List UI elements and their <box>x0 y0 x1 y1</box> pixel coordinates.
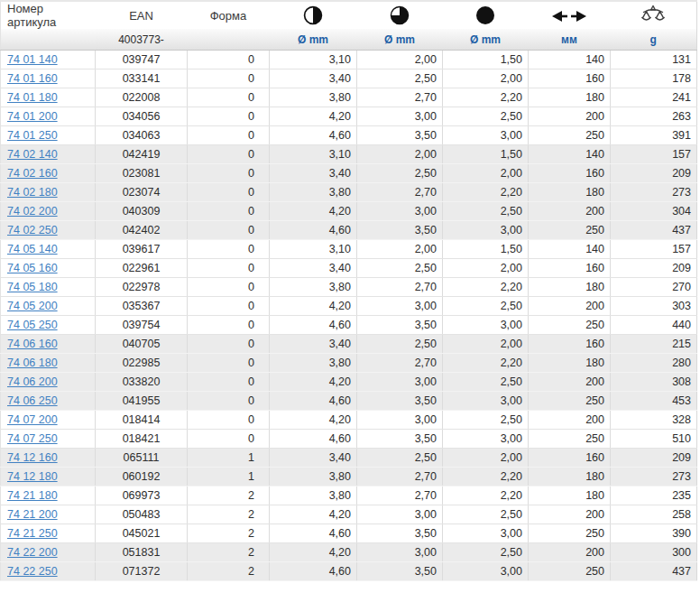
cell-article: 74 05 250 <box>1 316 96 335</box>
product-spec-table: Номер артикула EAN Форма <box>0 0 697 581</box>
cell-diameter-2: 3,00 <box>357 297 443 316</box>
cell-diameter-3: 1,50 <box>443 240 529 259</box>
cell-weight: 178 <box>611 69 697 88</box>
cell-article: 74 06 180 <box>1 354 96 373</box>
cell-diameter-2: 3,50 <box>357 221 443 240</box>
unit-length: мм <box>529 29 611 51</box>
cell-weight: 209 <box>611 164 697 183</box>
cell-length: 250 <box>529 392 611 411</box>
article-link[interactable]: 74 05 200 <box>7 300 58 312</box>
cell-form: 0 <box>188 373 270 392</box>
article-link[interactable]: 74 07 200 <box>7 413 58 426</box>
cell-weight: 303 <box>611 297 697 316</box>
cell-weight: 209 <box>611 259 697 278</box>
table-row: 74 01 25003406304,603,503,00250391 <box>1 126 697 145</box>
cell-form: 2 <box>188 505 270 524</box>
cell-ean: 023074 <box>96 183 188 202</box>
cell-weight: 453 <box>611 392 697 411</box>
cell-weight: 437 <box>611 562 697 581</box>
article-link[interactable]: 74 02 180 <box>7 186 58 199</box>
cell-form: 0 <box>188 392 270 411</box>
cell-diameter-3: 3,00 <box>443 524 529 543</box>
cell-diameter-3: 2,50 <box>443 411 529 430</box>
cell-weight: 280 <box>611 354 697 373</box>
article-link[interactable]: 74 12 180 <box>7 470 58 483</box>
table-row: 74 07 20001841404,203,002,50200328 <box>1 411 697 430</box>
article-link[interactable]: 74 22 250 <box>7 565 58 578</box>
cell-diameter-2: 2,00 <box>357 240 443 259</box>
article-link[interactable]: 74 05 250 <box>7 319 58 331</box>
cell-diameter-3: 2,00 <box>443 259 529 278</box>
cell-diameter-2: 3,00 <box>357 411 443 430</box>
cell-diameter-1: 4,60 <box>270 221 357 240</box>
cell-length: 250 <box>529 562 611 581</box>
cell-weight: 300 <box>611 543 697 562</box>
cell-length: 200 <box>529 411 611 430</box>
cell-diameter-3: 1,50 <box>443 145 529 164</box>
cell-weight: 270 <box>611 278 697 297</box>
cell-diameter-3: 2,20 <box>443 486 529 505</box>
cell-article: 74 06 160 <box>1 335 96 354</box>
table-row: 74 05 18002297803,802,702,20180270 <box>1 278 697 297</box>
cell-form: 0 <box>188 316 270 335</box>
cell-diameter-2: 3,50 <box>357 316 443 335</box>
cell-length: 200 <box>529 202 611 221</box>
article-link[interactable]: 74 06 160 <box>7 338 58 350</box>
article-link[interactable]: 74 22 200 <box>7 546 58 559</box>
article-link[interactable]: 74 01 160 <box>7 72 58 85</box>
table-row: 74 02 14004241903,102,001,50140157 <box>1 145 697 164</box>
cell-form: 2 <box>188 524 270 543</box>
cell-diameter-1: 4,20 <box>270 543 357 562</box>
cell-ean: 071372 <box>96 562 188 581</box>
article-link[interactable]: 74 06 180 <box>7 357 58 369</box>
article-link[interactable]: 74 01 140 <box>7 53 58 66</box>
cell-ean: 051831 <box>96 543 188 562</box>
table-row: 74 21 25004502124,603,503,00250390 <box>1 524 697 543</box>
article-link[interactable]: 74 02 140 <box>7 148 58 161</box>
cell-article: 74 22 250 <box>1 562 96 581</box>
table-row: 74 21 20005048324,203,002,50200258 <box>1 505 697 524</box>
column-header-diameter-1 <box>270 1 357 29</box>
article-link[interactable]: 74 21 180 <box>7 489 58 502</box>
table-row: 74 07 25001842104,603,503,00250510 <box>1 430 697 449</box>
cell-weight: 215 <box>611 335 697 354</box>
cell-form: 2 <box>188 543 270 562</box>
article-link[interactable]: 74 01 180 <box>7 91 58 104</box>
article-link[interactable]: 74 02 160 <box>7 167 58 180</box>
article-link[interactable]: 74 06 250 <box>7 394 58 407</box>
cell-diameter-2: 3,50 <box>357 430 443 449</box>
cell-diameter-2: 2,50 <box>357 449 443 468</box>
article-link[interactable]: 74 05 140 <box>7 243 58 255</box>
table-row: 74 05 16002296103,402,502,00160209 <box>1 259 697 278</box>
cell-length: 200 <box>529 543 611 562</box>
cell-diameter-1: 3,10 <box>270 240 357 259</box>
cell-article: 74 01 140 <box>1 51 96 69</box>
cell-length: 200 <box>529 373 611 392</box>
cell-weight: 437 <box>611 221 697 240</box>
article-link[interactable]: 74 05 160 <box>7 262 58 274</box>
article-link[interactable]: 74 05 180 <box>7 281 58 293</box>
cell-diameter-2: 2,50 <box>357 69 443 88</box>
article-link[interactable]: 74 21 250 <box>7 527 58 540</box>
cell-length: 140 <box>529 145 611 164</box>
cell-weight: 235 <box>611 486 697 505</box>
table-row: 74 06 25004195504,603,503,00250453 <box>1 392 697 411</box>
cell-length: 200 <box>529 297 611 316</box>
scales-icon <box>640 4 666 27</box>
article-link[interactable]: 74 06 200 <box>7 375 58 388</box>
cell-ean: 033141 <box>96 69 188 88</box>
cell-weight: 391 <box>611 126 697 145</box>
article-link[interactable]: 74 01 200 <box>7 110 58 123</box>
article-link[interactable]: 74 02 250 <box>7 224 58 236</box>
article-link[interactable]: 74 01 250 <box>7 129 58 142</box>
cell-form: 1 <box>188 449 270 468</box>
article-link[interactable]: 74 12 160 <box>7 451 58 464</box>
cell-diameter-1: 3,40 <box>270 449 357 468</box>
cell-diameter-1: 3,80 <box>270 183 357 202</box>
table-row: 74 05 14003961703,102,001,50140157 <box>1 240 697 259</box>
article-link[interactable]: 74 07 250 <box>7 432 58 445</box>
article-link[interactable]: 74 02 200 <box>7 205 58 218</box>
cell-length: 250 <box>529 126 611 145</box>
cell-diameter-3: 2,00 <box>443 69 529 88</box>
article-link[interactable]: 74 21 200 <box>7 508 58 521</box>
